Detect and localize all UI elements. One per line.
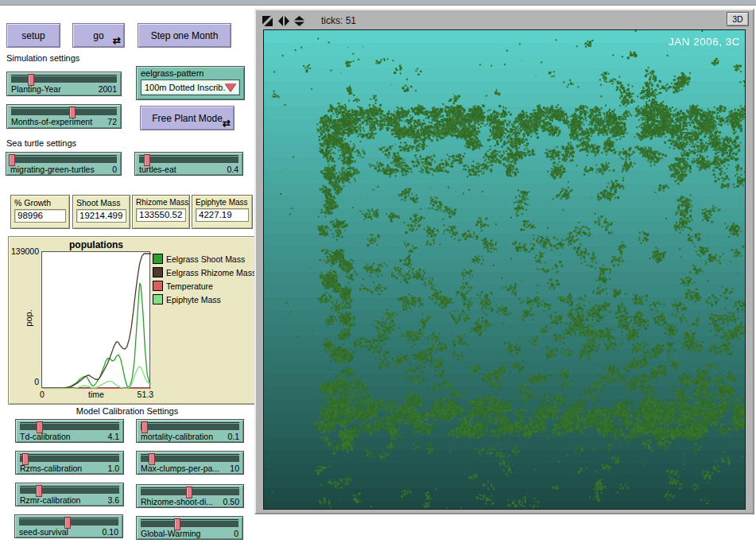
slider-value: 0 xyxy=(112,165,117,174)
slider-handle[interactable] xyxy=(36,485,42,497)
slider-label: Rzms-calibration xyxy=(20,464,82,473)
slider-rhizome-shoot-dist[interactable]: Rhizome-shoot-di... 0.50 xyxy=(136,484,244,508)
slider-rzmr-calibration[interactable]: Rzmr-calibration 3.6 xyxy=(15,483,124,506)
slider-mortality-calibration[interactable]: mortality-calibration 0.1 xyxy=(136,419,244,443)
chooser-value: 100m Dotted Inscrib... xyxy=(145,83,225,92)
slider-value: 0.50 xyxy=(223,497,239,506)
slider-track[interactable] xyxy=(20,454,119,463)
legend-label: Eelgrass Shoot Mass xyxy=(166,254,245,264)
world-view-header: ticks: 51 xyxy=(262,13,748,29)
slider-handle[interactable] xyxy=(142,421,148,433)
slider-handle[interactable] xyxy=(37,421,43,433)
x-axis-max-label: 51.3 xyxy=(125,390,153,399)
window-top-edge xyxy=(0,0,756,6)
monitor-label: Epiphyte Mass xyxy=(196,198,249,207)
legend-swatch-epiphyte xyxy=(153,294,163,305)
chooser-dropdown[interactable]: 100m Dotted Inscrib... xyxy=(141,80,240,95)
slider-value: 3.6 xyxy=(107,495,119,505)
legend-item: Eelgrass Shoot Mass xyxy=(153,252,256,266)
slider-label: Rhizome-shoot-di... xyxy=(141,497,213,506)
slider-label: Td-calibration xyxy=(20,432,71,441)
slider-label: mortality-calibration xyxy=(141,432,213,441)
ticks-counter: ticks: 51 xyxy=(321,15,356,26)
slider-label: Rzmr-calibration xyxy=(20,495,80,505)
setup-button-label: setup xyxy=(21,30,45,41)
monitor-label: Rhizome Mass xyxy=(136,198,186,207)
slider-td-calibration[interactable]: Td-calibration 4.1 xyxy=(15,419,124,443)
step-one-month-label: Step one Month xyxy=(151,30,219,41)
step-one-month-button[interactable]: Step one Month xyxy=(138,23,231,48)
date-temperature-overlay: JAN 2006, 3C xyxy=(669,36,740,48)
slider-migrating-green-turtles[interactable]: migrating-green-turtles 0 xyxy=(6,152,122,176)
legend-label: Eelgrass Rhizome Mass xyxy=(166,268,256,277)
slider-value: 0.4 xyxy=(227,165,238,174)
slider-handle[interactable] xyxy=(9,154,15,166)
slider-handle[interactable] xyxy=(69,107,76,118)
eelgrass-pattern-chooser[interactable]: eelgrass-pattern 100m Dotted Inscrib... xyxy=(136,66,245,100)
sea-turtle-settings-label: Sea turtle settings xyxy=(6,138,76,148)
monitor-value: 98996 xyxy=(14,209,66,223)
slider-global-warming[interactable]: Global-Warming 0 xyxy=(136,516,243,540)
monitor-epiphyte-mass: Epiphyte Mass 4227.19 xyxy=(192,195,253,229)
model-calibration-label: Model Calibration Settings xyxy=(8,406,246,416)
legend-swatch-rhizome xyxy=(153,267,163,277)
plot-legend: Eelgrass Shoot Mass Eelgrass Rhizome Mas… xyxy=(153,252,256,306)
forever-icon: ⇄ xyxy=(113,36,121,45)
slider-handle[interactable] xyxy=(174,518,180,530)
monitor-label: % Growth xyxy=(14,198,66,208)
slider-value: 1.0 xyxy=(107,464,119,473)
slider-seed-survival[interactable]: seed-survival 0.10 xyxy=(14,514,123,538)
slider-track[interactable] xyxy=(141,422,239,431)
slider-handle[interactable] xyxy=(22,453,29,465)
go-button[interactable]: go ⇄ xyxy=(72,23,125,48)
slider-value: 72 xyxy=(107,117,117,126)
slider-handle[interactable] xyxy=(144,154,150,166)
world-view: JAN 2006, 3C xyxy=(263,29,746,510)
slider-max-clumps-per-patch[interactable]: Max-clumps-per-pa... 10 xyxy=(136,451,244,475)
monitor-label: Shoot Mass xyxy=(76,198,126,208)
slider-handle[interactable] xyxy=(28,74,34,86)
slider-rzms-calibration[interactable]: Rzms-calibration 1.0 xyxy=(15,451,124,475)
plot-title: populations xyxy=(41,239,152,250)
vertical-arrows-icon[interactable] xyxy=(294,16,305,26)
slider-track[interactable] xyxy=(141,519,238,528)
slider-months-of-experiment[interactable]: Months-of-experiment 72 xyxy=(6,104,122,129)
slider-track[interactable] xyxy=(20,422,119,431)
plot-canvas xyxy=(41,251,150,388)
slider-turtles-eat[interactable]: turtles-eat 0.4 xyxy=(134,152,243,176)
slider-planting-year[interactable]: Planting-Year 2001 xyxy=(6,72,122,96)
slider-track[interactable] xyxy=(141,454,239,463)
slider-track[interactable] xyxy=(11,107,117,116)
legend-item: Temperature xyxy=(153,279,256,293)
view-update-mode-icon[interactable] xyxy=(262,16,273,26)
x-axis-min-label: 0 xyxy=(33,390,52,399)
3d-view-button[interactable]: 3D xyxy=(727,12,749,26)
slider-value: 4.1 xyxy=(107,432,119,441)
slider-track[interactable] xyxy=(20,486,119,495)
horizontal-arrows-icon[interactable] xyxy=(278,16,289,26)
3d-button-label: 3D xyxy=(732,14,742,24)
chevron-down-icon xyxy=(225,83,236,91)
legend-label: Temperature xyxy=(166,281,213,291)
slider-handle[interactable] xyxy=(64,517,71,529)
forever-icon: ⇄ xyxy=(223,118,231,128)
free-plant-mode-label: Free Plant Mode xyxy=(152,113,223,124)
free-plant-mode-button[interactable]: Free Plant Mode ⇄ xyxy=(140,106,235,130)
slider-handle[interactable] xyxy=(186,487,192,499)
slider-track[interactable] xyxy=(141,487,239,496)
slider-label: seed-survival xyxy=(19,527,68,537)
monitor-rhizome-mass: Rhizome Mass 133550.52 xyxy=(132,195,190,229)
legend-item: Epiphyte Mass xyxy=(153,293,256,306)
legend-item: Eelgrass Rhizome Mass xyxy=(153,266,256,279)
setup-button[interactable]: setup xyxy=(6,23,60,48)
slider-track[interactable] xyxy=(19,518,118,526)
monitor-value: 133550.52 xyxy=(136,208,186,222)
slider-track[interactable] xyxy=(11,75,117,83)
plot-lines xyxy=(42,252,151,389)
slider-track[interactable] xyxy=(139,155,238,164)
slider-value: 10 xyxy=(230,464,239,473)
netlogo-interface: setup go ⇄ Step one Month Simulation set… xyxy=(0,0,756,547)
monitor-shoot-mass: Shoot Mass 19214.499 xyxy=(72,195,130,229)
slider-handle[interactable] xyxy=(149,453,155,465)
slider-track[interactable] xyxy=(10,155,117,164)
